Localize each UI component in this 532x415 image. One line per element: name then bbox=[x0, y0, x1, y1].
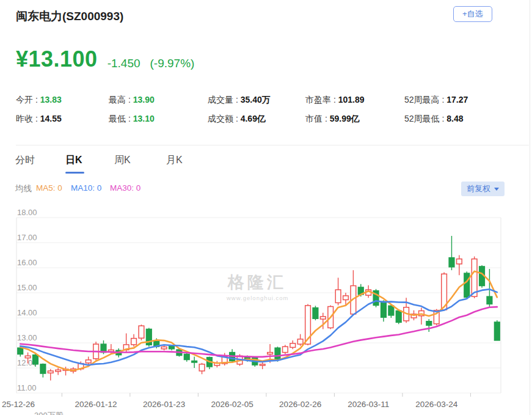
ma5-line bbox=[20, 271, 497, 371]
stat-label: 昨收 : bbox=[16, 114, 40, 123]
add-watchlist-button[interactable]: +自选 bbox=[453, 6, 492, 22]
stat-label: 52周最低 : bbox=[404, 114, 446, 123]
stat-value: 35.40万 bbox=[241, 95, 271, 105]
stat-value: 13.90 bbox=[133, 95, 155, 105]
adjust-type-dropdown[interactable]: 前复权 bbox=[461, 182, 505, 196]
ma-legend: 均线 MA5: 0MA10: 0MA30: 0 bbox=[0, 183, 532, 196]
svg-text:25-12-26: 25-12-26 bbox=[2, 400, 35, 409]
stat-column: 市盈率 : 101.89市值 : 59.99亿 bbox=[305, 95, 365, 133]
kline-svg: 18.0017.0016.0015.0014.0013.0012.0011.00… bbox=[0, 202, 532, 415]
stat-item: 最高 : 13.90 bbox=[109, 95, 155, 114]
x-axis-labels: 25-12-262026-01-122026-01-232026-02-0520… bbox=[2, 400, 458, 409]
stat-value: 13.10 bbox=[133, 114, 155, 123]
stat-value: 13.83 bbox=[40, 95, 62, 105]
tab-0[interactable]: 分时 bbox=[15, 154, 35, 167]
chart-period-tabs: 分时日K周K月K bbox=[0, 153, 532, 175]
grid: 18.0017.0016.0015.0014.0013.0012.0011.00 bbox=[16, 208, 501, 397]
stat-value: 8.48 bbox=[446, 114, 463, 123]
candles bbox=[18, 236, 500, 381]
quote-price-block: ¥13.100 -1.450 (-9.97%) bbox=[16, 46, 194, 72]
current-price: ¥13.100 bbox=[16, 46, 98, 72]
stat-item: 今开 : 13.83 bbox=[16, 95, 62, 114]
svg-text:2026-01-12: 2026-01-12 bbox=[75, 400, 117, 409]
stat-item: 最低 : 13.10 bbox=[109, 114, 155, 133]
volume-axis-label: 300万股 bbox=[34, 410, 64, 415]
stat-label: 52周最高 : bbox=[404, 95, 446, 105]
stock-quote-page: 闽东电力(SZ000993) +自选 ¥13.100 -1.450 (-9.97… bbox=[0, 0, 532, 415]
stat-label: 最高 : bbox=[109, 95, 133, 105]
stat-item: 52周最高 : 17.27 bbox=[404, 95, 468, 114]
stat-column: 今开 : 13.83昨收 : 14.55 bbox=[16, 95, 62, 133]
stat-column: 成交量 : 35.40万成交额 : 4.69亿 bbox=[208, 95, 271, 133]
section-divider bbox=[16, 145, 529, 145]
tab-active-underline bbox=[65, 172, 84, 174]
stat-value: 14.55 bbox=[40, 114, 62, 123]
svg-text:14.00: 14.00 bbox=[17, 308, 37, 317]
page-right-edge bbox=[530, 0, 530, 415]
svg-text:2026-03-11: 2026-03-11 bbox=[348, 400, 389, 409]
ma-legend-title: 均线 bbox=[15, 183, 32, 194]
stat-label: 今开 : bbox=[16, 95, 40, 105]
tab-1[interactable]: 日K bbox=[65, 154, 82, 167]
svg-text:2026-03-24: 2026-03-24 bbox=[415, 400, 458, 409]
stat-label: 市盈率 : bbox=[305, 95, 338, 105]
svg-text:2026-02-05: 2026-02-05 bbox=[211, 400, 253, 409]
stat-item: 52周最低 : 8.48 bbox=[404, 114, 468, 133]
price-change: -1.450 bbox=[107, 57, 140, 72]
stat-item: 市盈率 : 101.89 bbox=[305, 95, 365, 114]
ma-legend-item-ma30: MA30: 0 bbox=[110, 183, 140, 193]
page-title: 闽东电力(SZ000993) bbox=[16, 9, 123, 24]
price-change-percent: (-9.97%) bbox=[150, 57, 195, 72]
svg-text:2026-01-23: 2026-01-23 bbox=[143, 400, 185, 409]
kline-chart[interactable]: 18.0017.0016.0015.0014.0013.0012.0011.00… bbox=[0, 202, 532, 415]
stat-label: 市值 : bbox=[305, 114, 330, 123]
svg-text:15.00: 15.00 bbox=[17, 283, 37, 292]
stat-item: 成交额 : 4.69亿 bbox=[208, 114, 271, 133]
stat-value: 101.89 bbox=[338, 95, 365, 105]
svg-text:2026-02-26: 2026-02-26 bbox=[279, 400, 321, 409]
stat-label: 最低 : bbox=[109, 114, 133, 123]
svg-text:16.00: 16.00 bbox=[17, 258, 37, 267]
stat-item: 昨收 : 14.55 bbox=[16, 114, 62, 133]
stat-label: 成交额 : bbox=[208, 114, 241, 123]
stat-item: 市值 : 59.99亿 bbox=[305, 114, 365, 133]
tab-3[interactable]: 月K bbox=[166, 154, 183, 167]
tab-2[interactable]: 周K bbox=[114, 154, 131, 167]
stat-column: 最高 : 13.90最低 : 13.10 bbox=[109, 95, 155, 133]
stat-label: 成交量 : bbox=[208, 95, 241, 105]
stat-column: 52周最高 : 17.2752周最低 : 8.48 bbox=[404, 95, 468, 133]
ma10-line bbox=[20, 289, 497, 365]
svg-text:18.00: 18.00 bbox=[17, 208, 37, 217]
stat-value: 17.27 bbox=[446, 95, 468, 105]
svg-text:11.00: 11.00 bbox=[17, 383, 37, 392]
adjust-type-label: 前复权 bbox=[467, 182, 490, 196]
svg-text:13.00: 13.00 bbox=[17, 333, 37, 342]
ma-legend-item-ma10: MA10: 0 bbox=[71, 183, 101, 193]
stat-item: 成交量 : 35.40万 bbox=[208, 95, 271, 114]
ma-legend-item-ma5: MA5: 0 bbox=[36, 183, 62, 193]
caret-down-icon bbox=[494, 188, 499, 191]
stat-value: 59.99亿 bbox=[330, 114, 360, 123]
stat-value: 4.69亿 bbox=[241, 114, 266, 123]
svg-text:17.00: 17.00 bbox=[17, 233, 37, 242]
